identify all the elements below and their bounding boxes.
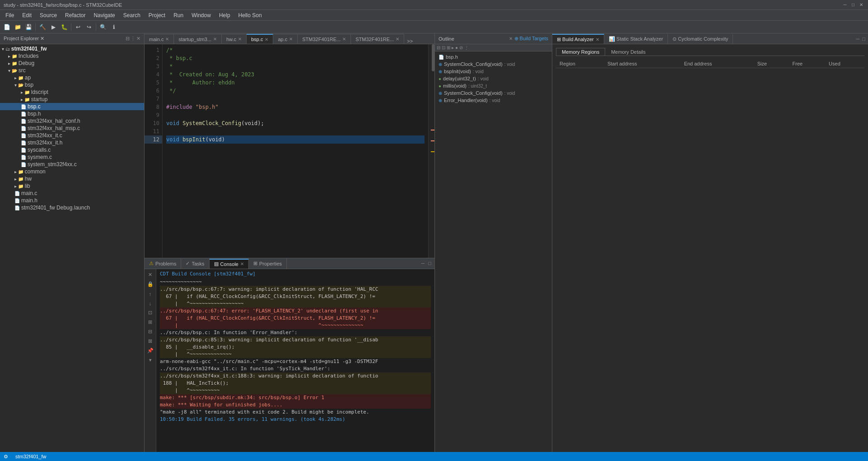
tree-item-1[interactable]: ▸ 📁Includes [0,52,144,60]
toolbar-run[interactable]: ▶ [48,22,58,32]
outline-close[interactable]: ✕ [509,36,513,41]
editor-tab-close-6[interactable]: ✕ [396,37,399,42]
tree-item-16[interactable]: 📄system_stm32f4xx.c [0,161,144,168]
outline-tb-3[interactable]: ⊞ [447,45,450,50]
close-button[interactable]: ✕ [858,2,864,8]
tree-item-10[interactable]: 📄stm32f4xx_hal_conf.h [0,117,144,125]
tree-item-2[interactable]: ▸ 📁Debug [0,60,144,67]
menu-item-refactor[interactable]: Refactor [61,11,89,19]
toolbar-new[interactable]: 📄 [2,22,12,32]
toolbar-build[interactable]: 🔨 [37,22,47,32]
tree-item-5[interactable]: ▾ 📂bsp [0,81,144,88]
console-down[interactable]: ↓ [146,299,154,307]
sidebar-close[interactable]: ✕ [136,36,140,42]
console-clear[interactable]: ✕ [146,271,154,279]
console-up[interactable]: ↑ [146,290,154,298]
editor-tab-0[interactable]: main.c✕ [145,34,174,44]
console-copy[interactable]: ⊡ [146,309,154,317]
toolbar-debug[interactable]: 🐛 [59,22,69,32]
right-tab-close-0[interactable]: ✕ [596,37,599,42]
console-tab-close[interactable]: ✕ [240,261,244,266]
editor-tab-2[interactable]: hw.c✕ [222,34,247,44]
minimize-button[interactable]: ─ [842,2,848,8]
toolbar-open[interactable]: 📁 [13,22,23,32]
right-panel-tab-2[interactable]: ⊙ Cyclomatic Complexity [668,34,733,44]
scroll-thumb[interactable] [432,44,434,71]
editor-tab-1[interactable]: startup_stm3...✕ [174,34,222,44]
tree-item-7[interactable]: ▸ 📁startup [0,96,144,103]
tree-item-11[interactable]: 📄stm32f4xx_hal_msp.c [0,125,144,132]
tree-item-13[interactable]: 📄stm32f4xx_it.h [0,139,144,146]
menu-item-project[interactable]: Project [145,11,169,19]
tree-item-6[interactable]: ▸ 📁ldscript [0,88,144,96]
tree-item-8[interactable]: 📄bsp.c [0,103,144,110]
right-panel-tab-1[interactable]: 📊 Static Stack Analyzer [604,34,668,44]
menu-item-search[interactable]: Search [120,11,144,19]
outline-item-4[interactable]: ●millis(void): uint32_t [435,82,552,89]
tree-item-0[interactable]: ▾ 🗂stm32f401_fw [0,45,144,52]
sidebar-collapse[interactable]: ⊟ [126,36,130,42]
maximize-button[interactable]: □ [850,2,856,8]
tree-item-21[interactable]: 📄main.h [0,197,144,204]
menu-item-help[interactable]: Help [215,11,234,19]
outline-item-1[interactable]: ⊕SystemClock_Config(void): void [435,61,552,68]
console-content[interactable]: CDT Build Console [stm32f401_fw]~~~~~~~~… [156,269,434,452]
console-paste[interactable]: ⊞ [146,318,154,326]
panel-maximize[interactable]: □ [427,261,433,266]
toolbar-redo[interactable]: ↪ [84,22,94,32]
toolbar-undo[interactable]: ↩ [73,22,83,32]
console-opt1[interactable]: ⊟ [146,328,154,336]
tree-item-22[interactable]: 📄stm32f401_fw Debug.launch [0,204,144,211]
tree-item-12[interactable]: 📄stm32f4xx_it.c [0,132,144,139]
outline-tb-1[interactable]: ⊟ [437,45,440,50]
editor-tab-close-4[interactable]: ✕ [289,37,293,42]
console-pin[interactable]: 📌 [146,347,154,355]
outline-tb-6[interactable]: ⊘ [459,45,463,50]
memory-subtab-1[interactable]: Memory Details [605,48,651,56]
sidebar-menu[interactable]: ⋮ [131,36,135,42]
menu-item-edit[interactable]: Edit [19,11,35,19]
editor-tab-6[interactable]: STM32F401RE...✕ [351,34,404,44]
tree-item-19[interactable]: ▸ 📁lib [0,182,144,190]
code-content[interactable]: /* * bsp.c * * Created on: Aug 4, 2023 *… [163,44,428,258]
outline-tb-2[interactable]: ⊡ [442,45,445,50]
tree-item-4[interactable]: ▸ 📁ap [0,74,144,81]
console-opt2[interactable]: ⊠ [146,337,154,345]
menu-item-navigate[interactable]: Navigate [90,11,118,19]
tree-item-15[interactable]: 📄sysmem.c [0,154,144,161]
editor-tab-5[interactable]: STM32F401RE...✕ [298,34,351,44]
outline-item-0[interactable]: 📄bsp.h [435,53,552,61]
outline-tb-7[interactable]: ⋮ [464,45,469,50]
editor-tab-close-1[interactable]: ✕ [213,37,217,42]
tree-item-9[interactable]: 📄bsp.h [0,110,144,117]
tree-item-17[interactable]: ▸ 📁common [0,168,144,175]
menu-item-window[interactable]: Window [188,11,215,19]
outline-item-5[interactable]: ⊕SystemClock_Config(void): void [435,89,552,97]
panel-tab-problems[interactable]: ⚠ Problems [145,259,181,269]
panel-tab-properties[interactable]: ⊞ Properties [249,259,287,269]
panel-minimize[interactable]: ─ [420,261,426,266]
tree-item-18[interactable]: ▸ 📁hw [0,175,144,182]
editor-tab-4[interactable]: ap.c✕ [273,34,298,44]
outline-tb-4[interactable]: ▸ [452,45,454,50]
panel-tab-console[interactable]: ▤ Console✕ [210,259,249,269]
right-panel-tab-0[interactable]: ⊞ Build Analyzer ✕ [552,34,604,44]
tree-item-14[interactable]: 📄syscalls.c [0,146,144,154]
editor-tab-close-5[interactable]: ✕ [342,37,346,42]
outline-tb-5[interactable]: ● [455,45,458,50]
outline-item-6[interactable]: ⊕Error_Handler(void): void [435,97,552,104]
right-panel-min[interactable]: ─ [855,36,861,42]
editor-tab-3[interactable]: bsp.c✕ [247,34,273,44]
tree-item-20[interactable]: 📄main.c [0,190,144,197]
editor-area[interactable]: 123456789101112 /* * bsp.c * * Created o… [145,44,434,258]
tab-overflow[interactable]: >> [404,38,415,44]
toolbar-search[interactable]: 🔍 [98,22,108,32]
console-lock[interactable]: 🔒 [146,280,154,289]
toolbar-save[interactable]: 💾 [23,22,33,32]
editor-tab-close-2[interactable]: ✕ [238,37,242,42]
panel-tab-tasks[interactable]: ✓ Tasks [181,259,209,269]
editor-tab-close-3[interactable]: ✕ [265,37,268,42]
menu-item-run[interactable]: Run [170,11,187,19]
right-panel-max[interactable]: □ [861,36,866,42]
editor-tab-close-0[interactable]: ✕ [165,37,169,42]
